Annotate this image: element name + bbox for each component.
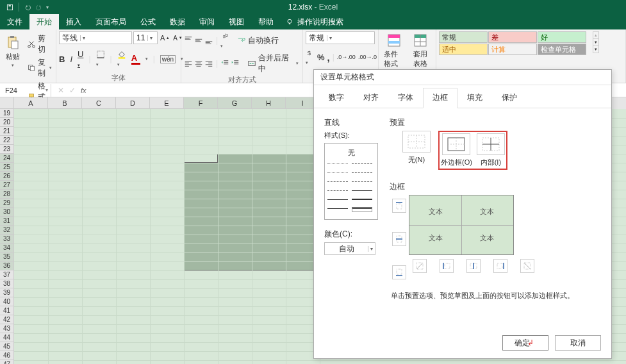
border-diag-up-button[interactable] (413, 259, 427, 273)
accounting-format-button[interactable]: $▾ (306, 48, 315, 66)
row-header-28[interactable]: 28 (0, 190, 14, 199)
font-name-combo[interactable]: 等线▾ (59, 31, 132, 44)
align-bottom-button[interactable] (204, 36, 213, 45)
col-header-F[interactable]: F (184, 97, 218, 109)
row-header-33[interactable]: 33 (0, 235, 14, 244)
fill-color-button[interactable]: ▾ (117, 50, 126, 68)
row-header-37[interactable]: 37 (0, 270, 14, 279)
undo-icon[interactable] (24, 4, 31, 11)
redo-icon[interactable] (35, 4, 42, 11)
tab-home[interactable]: 开始 (29, 14, 59, 29)
cell-style-good[interactable]: 好 (538, 31, 586, 43)
underline-button[interactable]: U ▾ (78, 49, 83, 69)
dlg-tab-border[interactable]: 边框 (423, 88, 457, 108)
italic-button[interactable]: I (70, 54, 72, 64)
number-format-combo[interactable]: 常规▾ (306, 31, 375, 44)
border-bottom-button[interactable] (392, 265, 406, 279)
dlg-tab-fill[interactable]: 填充 (457, 88, 492, 108)
row-header-40[interactable]: 40 (0, 297, 14, 306)
row-header-29[interactable]: 29 (0, 199, 14, 208)
style-option-long-dash[interactable] (327, 190, 348, 195)
row-header-41[interactable]: 41 (0, 306, 14, 315)
tab-data[interactable]: 数据 (163, 14, 192, 29)
increase-font-button[interactable]: A▴ (159, 31, 170, 44)
style-option-hair[interactable] (327, 208, 348, 213)
border-style-list[interactable]: 无 (324, 143, 378, 220)
orientation-button[interactable]: ab▾ (220, 31, 229, 49)
row-header-27[interactable]: 27 (0, 181, 14, 190)
border-right-button[interactable] (493, 259, 507, 273)
tab-file[interactable]: 文件 (0, 14, 29, 29)
tab-page-layout[interactable]: 页面布局 (88, 14, 133, 29)
cell-style-bad[interactable]: 差 (488, 31, 537, 43)
comma-button[interactable]: , (327, 52, 330, 63)
border-top-button[interactable] (392, 199, 406, 213)
style-option-medium[interactable] (352, 190, 372, 195)
col-header-E[interactable]: E (150, 97, 184, 109)
row-header-42[interactable]: 42 (0, 315, 14, 324)
select-all-corner[interactable] (0, 97, 14, 109)
percent-button[interactable]: % (317, 53, 325, 62)
col-header-H[interactable]: H (252, 97, 286, 109)
cut-button[interactable]: 剪切 (26, 33, 53, 56)
col-header-C[interactable]: C (82, 97, 116, 109)
row-header-22[interactable]: 22 (0, 136, 14, 145)
style-option-fine-dot[interactable] (327, 172, 348, 178)
col-header-A[interactable]: A (14, 97, 48, 109)
border-middle-v-button[interactable] (466, 259, 481, 273)
style-option-thick[interactable] (352, 199, 372, 204)
bold-button[interactable]: B (59, 54, 65, 64)
phonetic-button[interactable]: wén (160, 55, 176, 63)
cell-style-check[interactable]: 检查单元格 (538, 44, 586, 55)
row-header-46[interactable]: 46 (0, 351, 14, 360)
dlg-tab-font[interactable]: 字体 (388, 88, 423, 108)
styles-scroll-up[interactable]: ▴ (593, 32, 598, 39)
tell-me-search[interactable]: 操作说明搜索 (281, 14, 343, 29)
styles-scroll-down[interactable]: ▾ (593, 39, 598, 46)
row-header-44[interactable]: 44 (0, 333, 14, 342)
qat-customize-icon[interactable]: ▾ (46, 4, 49, 10)
row-header-36[interactable]: 36 (0, 261, 14, 270)
font-size-combo[interactable]: 11▾ (133, 31, 158, 44)
row-header-25[interactable]: 25 (0, 163, 14, 172)
style-option-dotted[interactable] (327, 163, 348, 169)
style-option-dash-dot[interactable] (352, 172, 372, 178)
border-diag-down-button[interactable] (520, 259, 534, 273)
row-header-38[interactable]: 38 (0, 279, 14, 288)
col-header-G[interactable]: G (218, 97, 252, 109)
col-header-D[interactable]: D (116, 97, 150, 109)
align-top-button[interactable] (184, 36, 193, 45)
border-middle-h-button[interactable] (392, 232, 406, 246)
cell-style-normal[interactable]: 常规 (439, 31, 488, 43)
style-option-dash-dot-dot[interactable] (352, 181, 372, 186)
row-header-32[interactable]: 32 (0, 226, 14, 235)
row-header-47[interactable]: 47 (0, 360, 14, 364)
decrease-indent-button[interactable] (220, 59, 229, 68)
merge-center-button[interactable]: 合并后居中▾ (246, 52, 300, 75)
font-color-button[interactable]: A (131, 53, 140, 65)
tab-formulas[interactable]: 公式 (133, 14, 163, 29)
row-header-31[interactable]: 31 (0, 217, 14, 226)
preset-outline-button[interactable] (442, 133, 470, 155)
decrease-decimal-button[interactable]: .00→.0 (358, 54, 377, 60)
row-header-35[interactable]: 35 (0, 252, 14, 261)
paste-button[interactable]: 粘贴 ▾ (3, 34, 23, 69)
style-option-dash-thin[interactable] (352, 163, 372, 169)
col-header-B[interactable]: B (48, 97, 82, 109)
align-right-button[interactable] (204, 59, 213, 68)
border-left-button[interactable] (440, 259, 454, 273)
style-option-double[interactable] (352, 207, 372, 212)
cell-style-calc[interactable]: 计算 (488, 44, 537, 55)
style-option-none[interactable]: 无 (327, 146, 375, 160)
row-header-19[interactable]: 19 (0, 109, 14, 118)
cell-style-neutral[interactable]: 适中 (439, 44, 488, 55)
row-header-30[interactable]: 30 (0, 208, 14, 217)
insert-function-button[interactable]: fx (81, 87, 86, 94)
cancel-button[interactable]: 取消 (555, 335, 601, 351)
tab-insert[interactable]: 插入 (59, 14, 88, 29)
tab-view[interactable]: 视图 (222, 14, 251, 29)
row-header-21[interactable]: 21 (0, 127, 14, 136)
save-icon[interactable] (6, 4, 13, 11)
row-header-43[interactable]: 43 (0, 324, 14, 333)
dlg-tab-protect[interactable]: 保护 (492, 88, 527, 108)
